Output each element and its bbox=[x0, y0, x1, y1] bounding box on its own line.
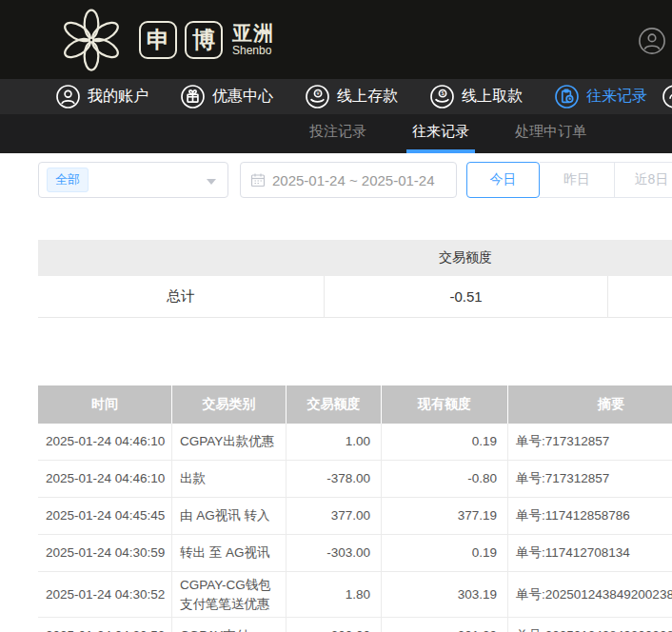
summary-total-row: 总计 -0.51 bbox=[38, 276, 672, 318]
button-label: 近8日 bbox=[635, 171, 669, 188]
logo-char: 申 bbox=[147, 25, 169, 55]
nav-item-deposit[interactable]: ¥ 线上存款 bbox=[305, 84, 398, 109]
cell-time: 2025-01-24 04:46:10 bbox=[38, 424, 171, 460]
tab-label: 投注记录 bbox=[309, 123, 366, 141]
cell-time: 2025-01-24 04:30:52 bbox=[38, 618, 171, 632]
col-header-note: 摘要 bbox=[507, 385, 672, 424]
cell-balance: 303.19 bbox=[381, 572, 507, 617]
col-header-type: 交易类别 bbox=[171, 385, 286, 424]
nav-item-promotions[interactable]: 优惠中心 bbox=[180, 84, 273, 109]
cell-balance: 377.19 bbox=[381, 498, 507, 534]
today-button[interactable]: 今日 bbox=[466, 162, 540, 198]
cell-amount: 1.00 bbox=[286, 424, 381, 460]
col-header-time: 时间 bbox=[38, 385, 171, 424]
cell-balance: -0.80 bbox=[381, 461, 507, 497]
account-icon[interactable] bbox=[638, 27, 666, 55]
deposit-icon: ¥ bbox=[305, 84, 330, 109]
chevron-down-icon bbox=[207, 179, 216, 185]
nav-label: 线上存款 bbox=[337, 87, 398, 107]
date-range-input[interactable]: 2025-01-24 ~ 2025-01-24 bbox=[240, 162, 457, 198]
table-row: 2025-01-24 04:30:52 CGPAY支付 300.00 301.3… bbox=[38, 618, 672, 632]
summary-total-value: -0.51 bbox=[324, 276, 607, 317]
cell-balance: 301.39 bbox=[381, 618, 507, 632]
nav-label: 线上取款 bbox=[462, 87, 523, 107]
table-row: 2025-01-24 04:46:10 CGPAY出款优惠 1.00 0.19 … bbox=[38, 424, 672, 461]
cell-note: 单号:717312857 bbox=[507, 424, 672, 460]
partial-nav-icon[interactable] bbox=[662, 84, 672, 109]
button-label: 今日 bbox=[490, 171, 517, 188]
logo-char-box: 博 bbox=[185, 21, 223, 59]
nav-label: 我的账户 bbox=[88, 87, 148, 107]
nav-label: 往来记录 bbox=[586, 87, 647, 107]
cell-amount: 1.80 bbox=[286, 572, 381, 617]
top-header: 申 博 亚洲 Shenbo bbox=[0, 0, 672, 79]
cell-type: CGPAY出款优惠 bbox=[171, 424, 286, 460]
cell-time: 2025-01-24 04:30:52 bbox=[38, 572, 171, 617]
cell-amount: -378.00 bbox=[286, 461, 381, 497]
withdraw-icon: $ bbox=[429, 84, 455, 109]
logo-latin: Shenbo bbox=[232, 44, 274, 57]
tab-betting-records[interactable]: 投注记录 bbox=[304, 114, 372, 153]
last-8-days-button[interactable]: 近8日 bbox=[614, 163, 672, 197]
col-header-amount: 交易额度 bbox=[286, 385, 381, 424]
cell-time: 2025-01-24 04:46:10 bbox=[38, 461, 171, 497]
records-icon bbox=[554, 84, 580, 109]
summary-empty-cell bbox=[607, 276, 672, 317]
logo-char: 博 bbox=[192, 25, 215, 55]
summary-total-label: 总计 bbox=[38, 276, 324, 317]
nav-item-transaction-records[interactable]: 往来记录 bbox=[554, 84, 647, 109]
selected-category-tag: 全部 bbox=[47, 168, 89, 192]
cell-amount: -303.00 bbox=[286, 535, 381, 571]
main-nav: 我的账户 优惠中心 ¥ 线上存款 $ 线上取款 往来记录 bbox=[0, 79, 672, 114]
table-row: 2025-01-24 04:30:52 CGPAY-CG钱包支付笔笔送优惠 1.… bbox=[38, 572, 672, 618]
table-row: 2025-01-24 04:46:10 出款 -378.00 -0.80 单号:… bbox=[38, 461, 672, 498]
cell-note: 单号:717312857 bbox=[507, 461, 672, 497]
cell-type: 由 AG视讯 转入 bbox=[171, 498, 286, 534]
table-header-row: 时间 交易类别 交易额度 现有额度 摘要 bbox=[38, 385, 672, 424]
button-label: 昨日 bbox=[563, 171, 590, 188]
cell-type: CGPAY支付 bbox=[171, 618, 286, 632]
table-row: 2025-01-24 04:45:45 由 AG视讯 转入 377.00 377… bbox=[38, 498, 672, 535]
cell-note: 单号:202501243849200238 bbox=[507, 572, 672, 617]
cell-note: 单号:117412708134 bbox=[507, 535, 672, 571]
flower-logo-icon bbox=[57, 6, 126, 74]
gift-icon bbox=[180, 84, 206, 109]
cell-note: 单号:202501243849200238 bbox=[507, 618, 672, 632]
summary-header-row: 交易额度 bbox=[38, 240, 672, 276]
cell-type: 出款 bbox=[171, 461, 286, 497]
nav-label: 优惠中心 bbox=[212, 87, 273, 107]
cell-time: 2025-01-24 04:30:59 bbox=[38, 535, 171, 571]
cell-type: CGPAY-CG钱包支付笔笔送优惠 bbox=[171, 572, 286, 617]
summary-header-spacer bbox=[607, 240, 672, 276]
transactions-table: 时间 交易类别 交易额度 现有额度 摘要 2025-01-24 04:46:10… bbox=[38, 385, 672, 632]
logo-region: 亚洲 bbox=[232, 23, 274, 44]
nav-item-my-account[interactable]: 我的账户 bbox=[55, 84, 148, 109]
table-row: 2025-01-24 04:30:59 转出 至 AG视讯 -303.00 0.… bbox=[38, 535, 672, 572]
user-icon bbox=[55, 84, 81, 109]
logo-char-box: 申 bbox=[139, 21, 177, 59]
summary-header-amount: 交易额度 bbox=[324, 240, 607, 276]
brand-logo[interactable]: 申 博 亚洲 Shenbo bbox=[57, 6, 274, 74]
cell-time: 2025-01-24 04:45:45 bbox=[38, 498, 171, 534]
summary-table: 交易额度 总计 -0.51 bbox=[38, 240, 672, 318]
tab-pending-orders[interactable]: 处理中订单 bbox=[509, 114, 592, 153]
date-range-value: 2025-01-24 ~ 2025-01-24 bbox=[272, 172, 435, 188]
yesterday-button[interactable]: 昨日 bbox=[540, 163, 614, 197]
nav-item-withdraw[interactable]: $ 线上取款 bbox=[429, 84, 523, 109]
cell-balance: 0.19 bbox=[381, 535, 507, 571]
quick-range-button-group: 昨日 近8日 bbox=[540, 162, 672, 198]
tab-label: 处理中订单 bbox=[515, 123, 586, 141]
cell-type: 转出 至 AG视讯 bbox=[171, 535, 286, 571]
sub-nav: 投注记录 往来记录 处理中订单 bbox=[0, 114, 672, 153]
cell-amount: 300.00 bbox=[286, 618, 381, 632]
category-select[interactable]: 全部 bbox=[38, 162, 228, 198]
calendar-icon bbox=[250, 172, 266, 188]
cell-balance: 0.19 bbox=[381, 424, 507, 460]
tab-transaction-records[interactable]: 往来记录 bbox=[406, 114, 475, 153]
tab-label: 往来记录 bbox=[412, 123, 469, 141]
filter-bar: 全部 2025-01-24 ~ 2025-01-24 今日 昨日 近8日 bbox=[38, 162, 672, 198]
cell-note: 单号:117412858786 bbox=[507, 498, 672, 534]
summary-header-spacer bbox=[38, 240, 324, 276]
col-header-balance: 现有额度 bbox=[381, 385, 507, 424]
cell-amount: 377.00 bbox=[286, 498, 381, 534]
